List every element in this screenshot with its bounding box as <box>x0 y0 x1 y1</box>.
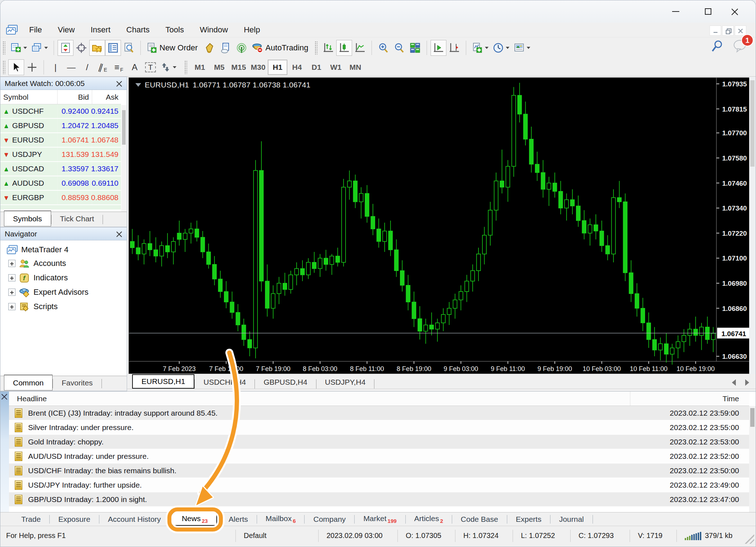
candlestick-chart-button[interactable] <box>336 40 352 56</box>
terminal-tab-Articles[interactable]: Articles2 <box>406 513 452 525</box>
timeframe-button-H4[interactable]: H4 <box>287 60 307 75</box>
chart-tab-GBPUSD-H4[interactable]: GBPUSD,H4 <box>255 376 316 389</box>
terminal-tab-Alerts[interactable]: Alerts <box>220 514 257 525</box>
news-row[interactable]: Brent (ICE) (J3) Intraday: intraday supp… <box>9 406 749 420</box>
prev-chart-arrow[interactable] <box>732 379 736 386</box>
terminal-close-icon[interactable] <box>1 393 8 400</box>
market-watch-row-AUDUSD[interactable]: ▲AUDUSD0.690980.69110 <box>0 176 121 191</box>
window-maximize-button[interactable] <box>697 4 720 19</box>
arrows-tool-button[interactable] <box>158 59 179 75</box>
market-watch-row-USDCAD[interactable]: ▲USDCAD1.335971.33617 <box>0 162 121 176</box>
market-watch-row-EURUSD[interactable]: ▼EURUSD1.067411.06748 <box>0 133 121 148</box>
news-row[interactable]: GBP/USD Intraday: 1.2000 in sight.2023.0… <box>9 492 749 507</box>
new-order-button[interactable]: New Order <box>144 40 202 56</box>
chart-scrollbar[interactable] <box>749 77 756 374</box>
navigator-close-icon[interactable] <box>116 231 122 237</box>
toolbar-drag-handle[interactable] <box>3 41 5 55</box>
timeframe-button-D1[interactable]: D1 <box>307 60 326 75</box>
text-label-tool-button[interactable]: T <box>143 59 158 75</box>
indicators-button[interactable] <box>470 40 491 56</box>
menu-item-file[interactable]: File <box>23 24 48 36</box>
data-window-button[interactable] <box>73 40 89 56</box>
toolbar-drag-handle[interactable] <box>3 60 5 74</box>
chart-restore-button[interactable] <box>722 26 734 36</box>
candlestick-chart[interactable]: 1.079351.078151.077001.075801.074601.073… <box>129 78 752 374</box>
line-chart-button[interactable] <box>352 40 368 56</box>
market-watch-row-USDCHF[interactable]: ▲USDCHF0.924000.92415 <box>0 104 121 119</box>
zoom-in-button[interactable] <box>375 40 391 56</box>
news-row[interactable]: AUD/USD Intraday: under pressure.2023.02… <box>9 449 749 464</box>
market-watch-tab-Symbols[interactable]: Symbols <box>4 211 51 226</box>
templates-button[interactable] <box>512 40 532 56</box>
terminal-tab-Code-Base[interactable]: Code Base <box>452 514 507 525</box>
vertical-line-tool-button[interactable]: | <box>48 59 63 75</box>
styler-button[interactable] <box>202 40 218 56</box>
text-tool-button[interactable]: A <box>127 59 143 75</box>
timeframe-button-H1[interactable]: H1 <box>268 60 287 75</box>
terminal-tab-Account-History[interactable]: Account History <box>99 514 170 525</box>
fibonacci-tool-button[interactable]: ≡ F <box>111 59 127 75</box>
menu-item-insert[interactable]: Insert <box>84 24 117 36</box>
menu-item-view[interactable]: View <box>51 24 81 36</box>
arrows-dropdown-arrow[interactable] <box>173 66 176 68</box>
timeframe-button-M5[interactable]: M5 <box>210 60 229 75</box>
profiles-dropdown-arrow[interactable] <box>44 47 48 49</box>
menu-item-tools[interactable]: Tools <box>159 24 190 36</box>
cursor-tool-button[interactable] <box>8 59 24 75</box>
terminal-tab-Journal[interactable]: Journal <box>550 514 593 525</box>
chart-minimize-button[interactable] <box>710 26 721 36</box>
notifications-button[interactable]: 1 <box>733 39 748 54</box>
window-close-button[interactable] <box>723 4 746 19</box>
profiles-button[interactable] <box>29 40 50 56</box>
metaquotes-services-button[interactable] <box>218 40 234 56</box>
market-watch-row-EURGBP[interactable]: ▼EURGBP0.885930.88608 <box>0 191 121 205</box>
tile-windows-button[interactable] <box>407 40 423 56</box>
navigator-tab-Favorites[interactable]: Favorites <box>53 376 101 390</box>
terminal-tab-Exposure[interactable]: Exposure <box>50 514 99 525</box>
news-row[interactable]: Gold Intraday: choppy.2023.02.12 23:53:0… <box>9 435 749 449</box>
autotrading-button[interactable]: AutoTrading <box>249 40 312 56</box>
news-row[interactable]: USD/CHF Intraday: the bias remains bulli… <box>9 464 749 478</box>
broadcast-button[interactable] <box>234 40 249 56</box>
market-watch-close-icon[interactable] <box>116 80 122 87</box>
chart-plot-area[interactable]: EURUSD,H1 1.06771 1.06787 1.06738 1.0674… <box>129 77 753 374</box>
periods-button[interactable] <box>491 40 512 56</box>
news-row[interactable]: USD/JPY Intraday: further upside.2023.02… <box>9 478 749 492</box>
terminal-tab-Market[interactable]: Market199 <box>355 513 405 525</box>
menu-item-window[interactable]: Window <box>193 24 234 36</box>
terminal-tab-Mailbox[interactable]: Mailbox6 <box>257 513 305 525</box>
periods-dropdown-arrow[interactable] <box>506 47 509 49</box>
terminal-tab-Company[interactable]: Company <box>305 514 354 525</box>
equidistant-channel-tool-button[interactable]: ∥ E <box>95 59 111 75</box>
expand-plus-icon[interactable] <box>8 260 15 267</box>
timeframe-button-M15[interactable]: M15 <box>229 60 248 75</box>
chart-tab-EURUSD-H1[interactable]: EURUSD,H1 <box>132 374 194 389</box>
expand-plus-icon[interactable] <box>8 274 15 281</box>
strategy-tester-button[interactable] <box>121 40 137 56</box>
terminal-toggle-button[interactable] <box>105 40 121 56</box>
market-watch-row-USDJPY[interactable]: ▼USDJPY131.539131.549 <box>0 148 121 162</box>
terminal-tab-Experts[interactable]: Experts <box>507 514 550 525</box>
timeframe-button-W1[interactable]: W1 <box>326 60 346 75</box>
new-chart-button[interactable] <box>8 40 29 56</box>
chart-collapse-icon[interactable] <box>135 83 141 87</box>
news-row[interactable]: Silver Intraday: under pressure.2023.02.… <box>9 420 749 435</box>
terminal-scrollbar[interactable] <box>749 406 756 512</box>
search-icon[interactable] <box>711 40 723 53</box>
indicators-dropdown-arrow[interactable] <box>485 47 489 49</box>
templates-dropdown-arrow[interactable] <box>527 47 530 49</box>
chart-shift-button[interactable] <box>446 40 462 56</box>
market-watch-scrollbar[interactable] <box>121 105 126 212</box>
navigator-tab-Common[interactable]: Common <box>4 375 53 390</box>
tree-item-accounts[interactable]: Accounts <box>0 256 127 271</box>
next-chart-arrow[interactable] <box>745 379 749 386</box>
crosshair-tool-button[interactable] <box>24 59 40 75</box>
menu-item-help[interactable]: Help <box>237 24 266 36</box>
bar-chart-button[interactable] <box>320 40 336 56</box>
chart-tab-USDJPY-H4[interactable]: USDJPY,H4 <box>316 376 374 389</box>
timeframe-button-M30[interactable]: M30 <box>248 60 268 75</box>
tree-item-expert-advisors[interactable]: Expert Advisors <box>0 285 127 299</box>
tree-item-indicators[interactable]: fIndicators <box>0 271 127 285</box>
market-watch-row-GBPUSD[interactable]: ▲GBPUSD1.204721.20485 <box>0 119 121 133</box>
horizontal-line-tool-button[interactable]: — <box>63 59 79 75</box>
